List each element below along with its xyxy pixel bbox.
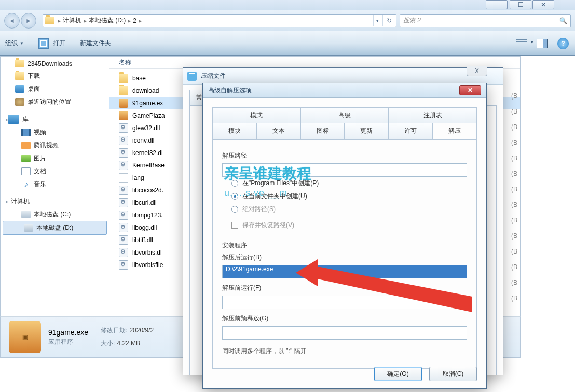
size-column-fragment: (B(B(B(B(B(B(B(B(B(B(B(B(B(B [511,88,518,306]
sidebar-item-label: 图片 [34,154,46,163]
tab-文本[interactable]: 文本 [257,123,301,139]
tab-模块[interactable]: 模块 [213,123,257,139]
tab-图标[interactable]: 图标 [301,123,345,139]
sidebar-item-label: 本地磁盘 (C:) [34,210,71,219]
dialog1-close-button[interactable]: X [467,66,487,76]
dialog2-tabs: 模式高级注册表 模块文本图标更新许可解压 [212,107,477,140]
dll-icon [119,186,128,195]
file-name: iconv.dll [132,137,154,144]
dll-icon [119,211,128,220]
run-after-input[interactable]: D:\2\91game.exe [222,265,467,278]
dll-icon [119,260,128,270]
sidebar-library-item[interactable]: 图片 [1,152,109,165]
organize-menu[interactable]: 组织▼ [5,39,24,48]
file-name: libmpg123. [132,212,163,219]
pre-release-input[interactable] [222,326,467,340]
address-bar[interactable]: ▸ 计算机 ▸ 本地磁盘 (D:) ▸ 2 ▸ ▾ ↻ [43,14,396,27]
dll-icon [119,235,128,245]
sidebar-drive-item[interactable]: 本地磁盘 (C:) [1,208,109,221]
preview-pane-toggle[interactable] [537,39,548,48]
extract-path-label: 解压路径 [222,151,467,160]
sidebar-item[interactable]: 下载 [1,69,109,82]
file-name: libtiff.dll [132,236,153,244]
sidebar-drive-item[interactable]: 本地磁盘 (D:) [3,221,107,235]
address-dropdown[interactable]: ▾ [373,15,381,26]
run-before-label: 解压前运行(F) [222,284,467,292]
installer-label: 安装程序 [222,241,467,250]
radio-icon [231,180,238,187]
pre-release-label: 解压前预释放(G) [222,314,467,323]
sidebar-item[interactable]: 2345Downloads [1,58,109,69]
size-label: 大小: [101,340,115,347]
run-after-label: 解压后运行(B) [222,253,467,262]
tab-模式[interactable]: 模式 [213,108,301,123]
sidebar-library-item[interactable]: 视频 [1,126,109,139]
extract-tab-panel: 解压路径 在"Program Files"中创建(P)在当前文件夹中创建(U)绝… [212,140,477,369]
file-name: libvorbisfile [132,261,163,269]
address-row: ◄ ► ▸ 计算机 ▸ 本地磁盘 (D:) ▸ 2 ▸ ▾ ↻ 搜索 2 🔍 [0,10,575,31]
breadcrumb-2[interactable]: 本地磁盘 (D:) [87,16,128,25]
ok-button[interactable]: 确定(O) [374,367,422,381]
file-name: GamePlaza [132,112,165,119]
path-radio[interactable]: 在"Program Files"中创建(P) [222,177,467,190]
tab-更新[interactable]: 更新 [345,123,389,139]
search-input[interactable]: 搜索 2 🔍 [400,14,571,27]
organize-label: 组织 [5,39,18,48]
minimize-button[interactable]: — [486,0,508,9]
save-restore-checkbox[interactable]: 保存并恢复路径(V) [222,219,467,232]
sidebar-item[interactable]: 桌面 [1,82,109,95]
doc-icon [21,167,31,175]
sidebar-item-label: 腾讯视频 [34,141,59,150]
view-menu[interactable] [516,39,527,48]
folder-icon [119,74,128,83]
breadcrumb-1[interactable]: 计算机 [61,16,84,25]
breadcrumb-3[interactable]: 2 [131,17,139,24]
file-name: lang [132,174,144,181]
tab-高级[interactable]: 高级 [301,108,389,123]
file-name: glew32.dll [132,124,160,132]
path-radio[interactable]: 在当前文件夹中创建(U) [222,190,467,203]
blueball-icon [15,98,24,106]
file-name: kernel32.dl [132,149,163,157]
dialog2-close-button[interactable]: ✕ [459,85,481,95]
new-folder-button[interactable]: 新建文件夹 [80,39,111,48]
sidebar-item-label: 视频 [34,128,46,137]
file-name: 91game.ex [132,100,163,107]
sidebar-item[interactable]: 最近访问的位置 [1,95,109,108]
open-button[interactable]: 打开 [38,38,65,49]
tab-许可[interactable]: 许可 [389,123,433,139]
tab-注册表[interactable]: 注册表 [389,108,476,123]
dll-icon [119,198,128,207]
file-name: libogg.dll [132,224,157,231]
extract-path-input[interactable] [222,163,467,177]
toolbar: 组织▼ 打开 新建文件夹 ? [0,31,575,56]
back-button[interactable]: ◄ [4,13,20,29]
dialog1-title: 压缩文件 [201,72,226,80]
sidebar-item-label: 2345Downloads [28,60,72,67]
maximize-button[interactable]: ☐ [510,0,531,9]
dialog2-title: 高级自解压选项 [208,86,252,95]
sidebar-library-item[interactable]: ♪音乐 [1,178,109,191]
sidebar-library-item[interactable]: 腾讯视频 [1,139,109,152]
run-before-input[interactable] [222,296,467,309]
selected-file-icon: ▣ [9,321,41,353]
close-button[interactable]: ✕ [532,0,554,9]
dialog2-titlebar[interactable]: 高级自解压选项 [203,83,486,98]
sidebar-computer-header[interactable]: ▸计算机 [1,191,109,208]
sidebar-item-label: 本地磁盘 (D:) [36,223,73,232]
sidebar-libraries-header[interactable]: ▸库 [1,108,109,126]
radio-icon [231,193,238,200]
dialog1-titlebar[interactable]: 压缩文件 [183,68,503,85]
forward-button[interactable]: ► [21,13,36,29]
search-icon: 🔍 [559,17,567,24]
cancel-button[interactable]: 取消(C) [429,367,477,381]
drive-icon [24,224,33,232]
dll-icon [119,136,128,145]
multi-program-hint: 同时调用多个程序，以 ":" 隔开 [222,347,467,356]
help-button[interactable]: ? [557,38,569,49]
tab-解压[interactable]: 解压 [433,123,476,139]
refresh-button[interactable]: ↻ [382,15,395,26]
sidebar-library-item[interactable]: 文档 [1,165,109,178]
folder-icon [119,86,128,95]
dll-icon [119,223,128,232]
